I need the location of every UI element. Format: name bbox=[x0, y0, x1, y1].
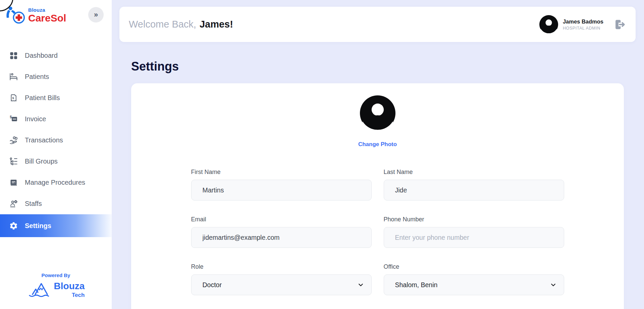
sidebar-item-manage-procedures[interactable]: Manage Procedures bbox=[0, 172, 112, 193]
svg-text:$: $ bbox=[12, 96, 14, 100]
logout-icon bbox=[613, 18, 627, 31]
logout-button[interactable] bbox=[613, 18, 627, 31]
powered-by-label: Powered By bbox=[42, 272, 70, 278]
footer-brand-text: Blouza Tech bbox=[54, 281, 85, 299]
office-label: Office bbox=[384, 263, 564, 270]
svg-text:$: $ bbox=[10, 115, 12, 119]
sidebar-item-settings[interactable]: Settings bbox=[0, 214, 112, 237]
sidebar-item-transactions[interactable]: Transactions bbox=[0, 130, 112, 151]
profile-form: First Name Last Name Email Phone Number … bbox=[191, 169, 564, 309]
sidebar-logo-row: Blouza CareSol » bbox=[0, 0, 112, 32]
user-name: James Badmos bbox=[563, 18, 603, 25]
phone-label: Phone Number bbox=[384, 216, 564, 223]
sidebar-item-label: Patients bbox=[25, 73, 49, 81]
email-field[interactable] bbox=[191, 227, 372, 248]
sidebar-item-label: Bill Groups bbox=[25, 158, 58, 165]
role-label: Role bbox=[191, 263, 372, 270]
footer-brand-sub: Tech bbox=[72, 292, 85, 299]
last-name-field[interactable] bbox=[384, 180, 564, 201]
transactions-icon bbox=[9, 136, 18, 145]
patients-icon bbox=[9, 72, 18, 81]
welcome-message: Welcome Back,James! bbox=[129, 19, 233, 30]
sidebar-footer: Powered By Blouza Tech bbox=[0, 272, 112, 309]
main-content: Welcome Back,James! James Badmos HOSPITA… bbox=[112, 0, 644, 309]
settings-card: Change Photo First Name Last Name Email … bbox=[131, 83, 624, 309]
double-chevron-right-icon: » bbox=[94, 10, 98, 19]
welcome-name: James! bbox=[200, 19, 233, 30]
sidebar-item-patients[interactable]: Patients bbox=[0, 66, 112, 87]
email-label: Email bbox=[191, 216, 372, 223]
invoice-icon: $ bbox=[9, 115, 18, 124]
role-select[interactable]: Doctor bbox=[191, 274, 372, 295]
page-title: Settings bbox=[131, 59, 636, 74]
phone-field[interactable] bbox=[384, 227, 564, 248]
change-photo-link[interactable]: Change Photo bbox=[358, 141, 397, 148]
sidebar-item-label: Manage Procedures bbox=[25, 179, 85, 186]
sidebar-item-patient-bills[interactable]: $ Patient Bills bbox=[0, 87, 112, 108]
sidebar-item-dashboard[interactable]: Dashboard bbox=[0, 45, 112, 66]
sidebar-item-label: Transactions bbox=[25, 136, 63, 144]
manage-procedures-icon bbox=[9, 178, 18, 187]
sidebar-item-label: Patient Bills bbox=[25, 94, 60, 102]
role-group: Role Doctor bbox=[191, 263, 372, 295]
mountain-icon bbox=[27, 279, 54, 299]
user-cluster: James Badmos HOSPITAL ADMIN bbox=[539, 15, 627, 34]
sidebar-nav: Dashboard Patients $ Patient Bills $ bbox=[0, 45, 112, 237]
sidebar-item-bill-groups[interactable]: Bill Groups bbox=[0, 151, 112, 172]
caresol-logo-icon bbox=[5, 21, 27, 27]
sidebar-item-invoice[interactable]: $ Invoice bbox=[0, 108, 112, 130]
topbar: Welcome Back,James! James Badmos HOSPITA… bbox=[119, 7, 636, 42]
staffs-icon bbox=[9, 199, 18, 208]
profile-avatar bbox=[360, 95, 395, 131]
email-group: Email bbox=[191, 216, 372, 248]
avatar bbox=[539, 15, 558, 34]
sidebar-collapse-button[interactable]: » bbox=[88, 7, 104, 23]
settings-gear-icon bbox=[9, 221, 18, 230]
office-select[interactable]: Shalom, Benin bbox=[384, 274, 564, 295]
blouza-tech-logo: Blouza Tech bbox=[27, 279, 85, 299]
brand-name-top: Blouza bbox=[28, 7, 66, 13]
sidebar-item-label: Invoice bbox=[25, 115, 46, 123]
dashboard-icon bbox=[9, 51, 18, 60]
user-meta: James Badmos HOSPITAL ADMIN bbox=[563, 18, 603, 31]
last-name-label: Last Name bbox=[384, 169, 564, 176]
sidebar-item-label: Settings bbox=[25, 222, 51, 230]
footer-brand-name: Blouza bbox=[54, 281, 85, 291]
first-name-label: First Name bbox=[191, 169, 372, 176]
patient-bills-icon: $ bbox=[9, 93, 18, 102]
phone-group: Phone Number bbox=[384, 216, 564, 248]
welcome-prefix: Welcome Back, bbox=[129, 19, 196, 30]
office-group: Office Shalom, Benin bbox=[384, 263, 564, 295]
sidebar: Blouza CareSol » Dashboard Patients bbox=[0, 0, 112, 309]
bill-groups-icon bbox=[9, 157, 18, 166]
first-name-group: First Name bbox=[191, 169, 372, 201]
last-name-group: Last Name bbox=[384, 169, 564, 201]
brand-text: Blouza CareSol bbox=[28, 7, 66, 24]
first-name-field[interactable] bbox=[191, 180, 372, 201]
sidebar-item-label: Dashboard bbox=[25, 52, 58, 59]
user-role-badge: HOSPITAL ADMIN bbox=[563, 26, 603, 31]
sidebar-item-label: Staffs bbox=[25, 200, 42, 208]
brand-name-main: CareSol bbox=[28, 13, 66, 24]
sidebar-item-staffs[interactable]: Staffs bbox=[0, 193, 112, 214]
